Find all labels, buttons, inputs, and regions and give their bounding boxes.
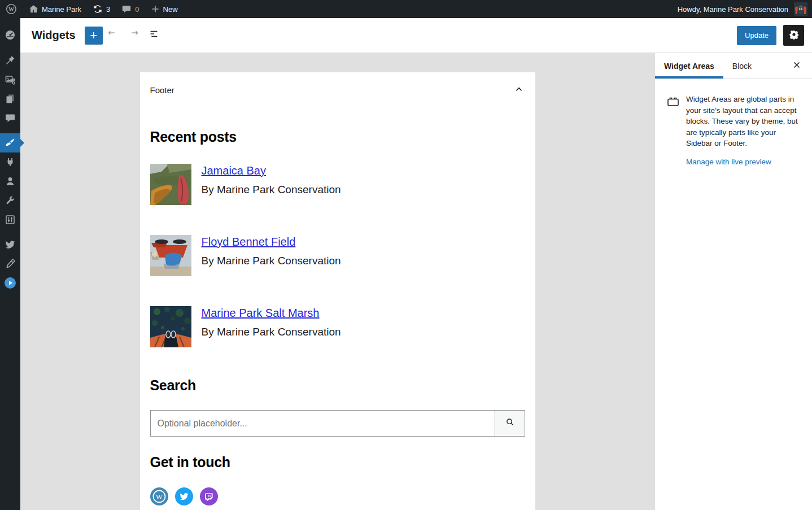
sidebar-item-twitter[interactable]: [0, 235, 20, 254]
undo-button[interactable]: [103, 25, 123, 46]
updates-icon: [93, 4, 103, 14]
new-content-menu[interactable]: New: [145, 0, 184, 18]
manage-live-preview-link[interactable]: Manage with live preview: [686, 158, 771, 166]
widget-area-title: Footer: [150, 85, 174, 95]
chevron-up-icon: [513, 83, 525, 97]
paintbrush-icon: [5, 137, 16, 149]
updates-menu[interactable]: 3: [87, 0, 116, 18]
account-menu[interactable]: Howdy, Marine Park Conservation: [672, 0, 789, 18]
howdy-text: Howdy, Marine Park Conservation: [678, 5, 788, 14]
pages-icon: [5, 93, 16, 104]
editor-canvas: Footer Recent posts Jamaica Bay By Marin…: [20, 53, 654, 510]
sidebar-item-media[interactable]: [0, 70, 20, 89]
sidebar-item-posts[interactable]: [0, 51, 20, 70]
home-icon: [28, 4, 38, 14]
page-title: Widgets: [32, 29, 76, 42]
site-menu[interactable]: Marine Park: [23, 0, 87, 18]
close-panel-button[interactable]: [789, 58, 804, 74]
post-link[interactable]: Marine Park Salt Marsh: [202, 307, 320, 319]
undo-icon: [107, 28, 119, 43]
search-heading: Search: [150, 377, 525, 394]
post-thumbnail-floyd-bennet-field: [150, 235, 191, 276]
sidebar-item-edit[interactable]: [0, 254, 20, 273]
post-byline: By Marine Park Conservation: [202, 184, 341, 196]
sidebar-item-pages[interactable]: [0, 89, 20, 108]
comments-menu[interactable]: 0: [116, 0, 145, 18]
admin-sidebar: [0, 18, 20, 510]
panel-tabs: Widget Areas Block: [655, 53, 812, 79]
redo-icon: [127, 28, 139, 43]
comments-icon: [121, 4, 132, 14]
twitter-social-icon[interactable]: [175, 487, 193, 505]
new-label: New: [163, 5, 178, 14]
sidebar-item-plugins[interactable]: [0, 152, 20, 172]
post-byline: By Marine Park Conservation: [202, 255, 341, 267]
post-link[interactable]: Jamaica Bay: [202, 164, 267, 177]
sliders-icon: [5, 214, 16, 225]
play-circle-icon: [4, 277, 16, 289]
gear-icon: [788, 29, 800, 42]
tab-block[interactable]: Block: [723, 53, 761, 79]
widget-area-footer: Footer Recent posts Jamaica Bay By Marin…: [140, 72, 535, 510]
sidebar-item-users[interactable]: [0, 172, 20, 191]
sidebar-item-appearance[interactable]: [0, 133, 20, 152]
block-inserter-button[interactable]: +: [85, 27, 103, 45]
twitter-bird-icon: [5, 239, 16, 250]
plug-icon: [5, 156, 16, 168]
close-icon: [792, 60, 802, 72]
post-link[interactable]: Floyd Bennet Field: [202, 236, 296, 248]
dashboard-icon: [5, 29, 16, 41]
social-icons-block: W: [150, 487, 525, 510]
list-view-icon: [147, 28, 160, 43]
list-item: Floyd Bennet Field By Marine Park Conser…: [150, 235, 525, 276]
wordpress-logo-icon: W: [6, 3, 17, 15]
wordpress-social-icon[interactable]: W: [150, 487, 168, 505]
widget-area-icon: [666, 94, 680, 166]
tab-widget-areas[interactable]: Widget Areas: [655, 53, 723, 79]
list-view-button[interactable]: [143, 25, 164, 46]
widget-area-header[interactable]: Footer: [150, 83, 525, 97]
post-thumbnail-jamaica-bay: [150, 164, 191, 205]
get-in-touch-heading: Get in touch: [150, 454, 525, 470]
search-submit-button[interactable]: [495, 411, 525, 436]
collapse-button[interactable]: [513, 83, 525, 97]
avatar[interactable]: [794, 2, 807, 16]
wordpress-logo-menu[interactable]: W: [0, 0, 23, 18]
list-item: Jamaica Bay By Marine Park Conservation: [150, 164, 525, 205]
post-byline: By Marine Park Conservation: [202, 326, 341, 338]
comments-bubble-icon: [5, 112, 16, 124]
comments-count: 0: [135, 5, 139, 14]
search-input[interactable]: [151, 411, 495, 436]
media-icon: [5, 74, 16, 85]
user-icon: [5, 176, 16, 187]
svg-text:W: W: [155, 492, 163, 501]
pencil-icon: [5, 258, 16, 269]
wrench-icon: [5, 195, 16, 206]
post-thumbnail-marine-park-salt-marsh: [150, 306, 191, 347]
pushpin-icon: [5, 55, 16, 66]
update-button[interactable]: Update: [737, 26, 776, 45]
site-name: Marine Park: [42, 5, 81, 14]
editor-header: Widgets + Update: [20, 18, 812, 53]
sidebar-item-video[interactable]: [0, 273, 20, 293]
magnifier-icon: [504, 416, 516, 430]
svg-text:W: W: [8, 6, 14, 12]
recent-posts-heading: Recent posts: [150, 129, 525, 145]
sidebar-item-tools[interactable]: [0, 191, 20, 210]
admin-bar: W Marine Park 3 0 New Howdy, Marine Park…: [0, 0, 812, 18]
sidebar-item-dashboard[interactable]: [0, 25, 20, 45]
redo-button[interactable]: [123, 25, 143, 46]
list-item: Marine Park Salt Marsh By Marine Park Co…: [150, 306, 525, 347]
search-block: [150, 410, 525, 437]
settings-panel: Widget Areas Block Widget Areas are glob…: [654, 53, 812, 510]
plus-icon: [151, 5, 160, 14]
sidebar-item-settings[interactable]: [0, 210, 20, 229]
panel-description: Widget Areas are global parts in your si…: [686, 94, 802, 149]
updates-count: 3: [106, 5, 110, 14]
settings-button[interactable]: [783, 25, 804, 46]
twitch-social-icon[interactable]: [200, 487, 218, 505]
sidebar-item-comments[interactable]: [0, 108, 20, 128]
